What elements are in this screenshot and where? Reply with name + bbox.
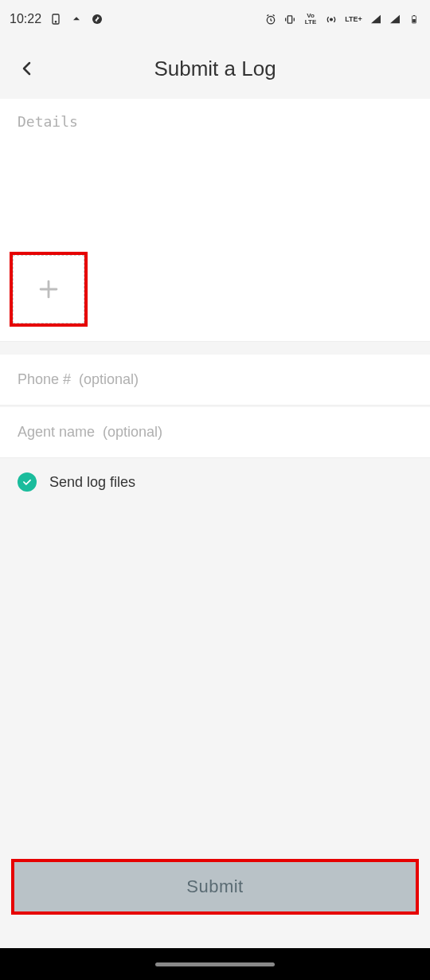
chevron-left-icon (18, 59, 37, 78)
back-button[interactable] (16, 57, 38, 80)
shazam-icon (91, 13, 104, 25)
vibrate-icon (283, 13, 296, 25)
attachment-highlight (10, 252, 88, 327)
volte-text: Vo LTE (303, 13, 319, 25)
send-logs-row[interactable]: Send log files (0, 458, 430, 506)
volte-icon: Vo LTE (303, 13, 319, 25)
details-input[interactable] (18, 113, 412, 225)
attachment-section (0, 242, 430, 342)
phone-row (0, 355, 430, 406)
svg-rect-8 (412, 19, 416, 22)
svg-rect-4 (287, 15, 291, 22)
submit-button[interactable]: Submit (14, 862, 416, 911)
agent-name-input[interactable] (18, 424, 412, 441)
add-attachment-button[interactable] (13, 255, 84, 323)
app-header: Submit a Log (0, 38, 430, 99)
page-title: Submit a Log (16, 57, 414, 81)
alarm-icon (264, 13, 277, 25)
phone-input[interactable] (18, 371, 412, 388)
submit-area: Submit (0, 859, 430, 915)
send-logs-label: Send log files (49, 474, 135, 491)
status-time: 10:22 (10, 12, 41, 26)
svg-point-1 (55, 22, 56, 22)
submit-highlight: Submit (11, 859, 419, 915)
check-icon (22, 476, 33, 488)
android-nav-bar (0, 948, 430, 980)
status-bar: 10:22 Vo LTE LTE+ (0, 0, 430, 38)
lte-text: LTE+ (345, 15, 362, 23)
svg-point-5 (330, 18, 333, 21)
chevron-up-icon (70, 13, 83, 25)
signal-icon-2 (389, 13, 401, 25)
battery-icon (408, 13, 420, 25)
svg-rect-7 (413, 15, 415, 16)
hotspot-icon (325, 13, 338, 25)
plus-icon (35, 276, 62, 303)
nav-handle[interactable] (155, 962, 275, 966)
lte-label: LTE+ (344, 13, 363, 25)
signal-icon-1 (369, 13, 382, 25)
checkbox-checked[interactable] (18, 472, 37, 492)
agent-row (0, 407, 430, 458)
notification-icon-1 (49, 13, 62, 25)
details-section (0, 99, 430, 242)
